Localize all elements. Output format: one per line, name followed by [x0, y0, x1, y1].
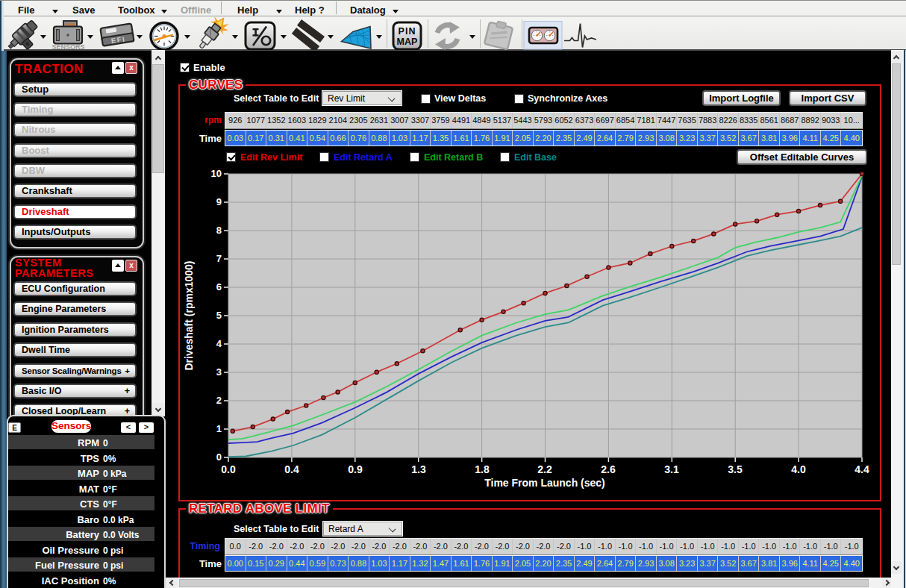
svg-text:2.2: 2.2 [537, 463, 552, 475]
svg-text:Time From Launch (sec): Time From Launch (sec) [484, 477, 605, 489]
svg-text:PIN: PIN [399, 26, 416, 37]
svg-text:3.5: 3.5 [728, 463, 743, 475]
svg-text:SENSORS: SENSORS [51, 43, 84, 50]
svg-text:3.1: 3.1 [664, 463, 679, 475]
svg-text:4: 4 [216, 338, 222, 349]
svg-text:1.3: 1.3 [411, 463, 426, 475]
svg-text:4.4: 4.4 [855, 463, 869, 475]
svg-text:0.4: 0.4 [284, 463, 299, 475]
svg-text:9: 9 [216, 196, 222, 207]
svg-text:7: 7 [216, 253, 222, 264]
svg-text:2: 2 [216, 395, 222, 406]
svg-text:8: 8 [216, 225, 222, 236]
svg-text:0: 0 [216, 451, 222, 463]
svg-text:6: 6 [216, 281, 222, 293]
svg-text:5: 5 [216, 310, 222, 321]
svg-text:0.0: 0.0 [221, 463, 236, 475]
svg-text:2.6: 2.6 [601, 463, 616, 475]
svg-text:MAP: MAP [397, 37, 418, 47]
svg-text:10: 10 [211, 168, 222, 179]
svg-text:1.8: 1.8 [475, 463, 490, 475]
svg-text:0.9: 0.9 [348, 463, 363, 475]
svg-text:1: 1 [216, 423, 222, 434]
svg-text:4.0: 4.0 [791, 463, 806, 475]
svg-text:Driveshaft (rpmx1000): Driveshaft (rpmx1000) [183, 260, 195, 370]
svg-text:3: 3 [216, 366, 222, 378]
